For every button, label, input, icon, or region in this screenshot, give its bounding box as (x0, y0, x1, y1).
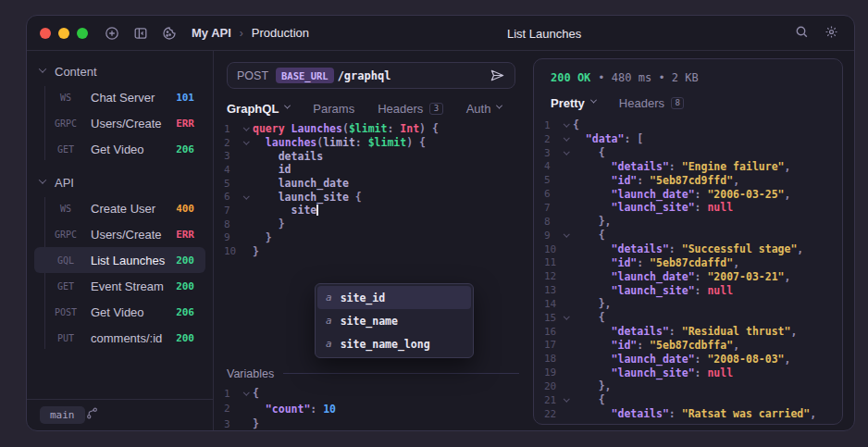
query-line[interactable]: 8 } (214, 217, 527, 231)
tab-label: Headers (619, 96, 664, 110)
sidebar-item-create-user[interactable]: WSCreate User400 (34, 195, 205, 221)
sidebar-item-comments-id[interactable]: PUTcomments/:id200 (34, 325, 205, 351)
response-line[interactable]: 2 "data": [ (534, 132, 842, 146)
url-bar[interactable]: POST BASE_URL /graphql (227, 62, 515, 89)
variables-line[interactable]: 3} (214, 416, 527, 431)
env-variable-pill[interactable]: BASE_URL (276, 68, 334, 83)
chevron-down-icon[interactable] (564, 231, 569, 237)
chevron-down-icon[interactable] (243, 125, 249, 130)
query-line[interactable]: 5 launch_date (214, 177, 527, 191)
panel-left-icon[interactable] (133, 26, 148, 41)
tab-headers[interactable]: Headers8 (619, 96, 685, 110)
query-line[interactable]: 9 } (214, 231, 527, 245)
git-branch-icon[interactable] (85, 406, 99, 424)
response-line[interactable]: 16 "details": "Residual thrust", (534, 325, 842, 339)
tab-pretty[interactable]: Pretty (551, 96, 596, 110)
response-body[interactable]: 1{2 "data": [3 {4 "details": "Engine fai… (534, 118, 842, 421)
query-line[interactable]: 7 site (214, 204, 527, 217)
request-tabs: GraphQLParamsHeaders3Auth (227, 99, 514, 118)
response-line[interactable]: 11 "id": "5eb87cdaffd", (534, 255, 842, 269)
sidebar-section-header-content[interactable]: Content (27, 58, 213, 84)
search-icon[interactable] (795, 25, 809, 43)
autocomplete-item-site-name[interactable]: asite_name (317, 309, 471, 332)
cookie-icon[interactable] (162, 26, 177, 41)
tab-headers[interactable]: Headers3 (378, 102, 443, 116)
graphql-editor[interactable]: 1query Launches($limit: Int) {2 launches… (214, 122, 527, 431)
sidebar-section-label: Content (55, 65, 97, 79)
minimize-window-button[interactable] (58, 28, 69, 39)
response-line[interactable]: 1{ (534, 118, 842, 132)
code-text: } (253, 245, 259, 258)
gutter-fold (560, 151, 573, 155)
status-badge: 200 (176, 332, 194, 344)
chevron-down-icon (39, 176, 46, 183)
breadcrumb-environment[interactable]: Production (252, 26, 309, 40)
sidebar-item-event-stream[interactable]: GETEvent Stream200 (34, 273, 205, 299)
response-line[interactable]: 9 { (534, 229, 842, 242)
query-line[interactable]: 3 details (214, 149, 527, 163)
response-line[interactable]: 12 "launch_date": "2007-03-21", (534, 269, 842, 283)
response-line[interactable]: 10 "details": "Successful stage", (534, 242, 842, 256)
response-line[interactable]: 8 }, (534, 215, 842, 229)
response-line[interactable]: 17 "id": "5eb87cdbffa", (534, 339, 842, 353)
tab-graphql[interactable]: GraphQL (227, 102, 290, 116)
sidebar-section-header-api[interactable]: API (27, 169, 213, 195)
response-line[interactable]: 22 "details": "Ratsat was carried", (534, 407, 842, 421)
chevron-down-icon[interactable] (243, 390, 249, 395)
gear-icon[interactable] (825, 25, 838, 43)
query-line[interactable]: 1query Launches($limit: Int) { (214, 122, 527, 136)
sidebar-item-list-launches[interactable]: GQLList Launches200 (34, 247, 205, 273)
sidebar-item-users-create[interactable]: GRPCUsers/CreateERR (34, 110, 205, 136)
request-panel: POST BASE_URL /graphql GraphQLParamsHead… (214, 51, 527, 430)
chevron-down-icon[interactable] (564, 314, 569, 319)
response-line[interactable]: 21 { (534, 393, 842, 407)
chevron-down-icon[interactable] (564, 135, 569, 141)
response-line[interactable]: 20 }, (534, 379, 842, 393)
query-line[interactable]: 4 id (214, 163, 527, 177)
sidebar-item-users-create[interactable]: GRPCUsers/CreateERR (34, 221, 205, 247)
chevron-down-icon[interactable] (564, 149, 569, 155)
query-line[interactable]: 6 launch_site { (214, 190, 527, 204)
code-text: details (253, 150, 323, 163)
sidebar-item-get-video[interactable]: POSTGet Video206 (34, 299, 205, 325)
response-line[interactable]: 13 "launch_site": null (534, 283, 842, 297)
response-line[interactable]: 18 "launch_date": "2008-08-03", (534, 352, 842, 366)
response-line[interactable]: 3 { (534, 146, 842, 160)
breadcrumb-workspace[interactable]: My API (192, 26, 231, 40)
branch-badge[interactable]: main (40, 406, 85, 424)
sidebar-item-get-video[interactable]: GETGet Video206 (34, 136, 205, 162)
request-method-label: GQL (49, 255, 82, 266)
field-kind-icon: a (326, 338, 332, 350)
response-line[interactable]: 4 "details": "Engine failure", (534, 160, 842, 174)
send-icon[interactable] (490, 68, 505, 83)
chevron-down-icon[interactable] (243, 192, 249, 198)
chevron-down-icon[interactable] (564, 396, 569, 402)
line-number: 10 (214, 245, 240, 257)
variables-line[interactable]: 1{ (214, 386, 527, 402)
autocomplete-item-site-name-long[interactable]: asite_name_long (317, 332, 471, 355)
response-line[interactable]: 14 }, (534, 297, 842, 311)
response-line[interactable]: 19 "launch_site": null (534, 366, 842, 379)
response-line[interactable]: 6 "launch_date": "2006-03-25", (534, 187, 842, 201)
gutter-fold (240, 391, 253, 396)
line-number: 7 (534, 202, 560, 214)
gutter-fold (560, 123, 573, 128)
zoom-window-button[interactable] (77, 28, 88, 39)
query-line[interactable]: 2 launches(limit: $limit) { (214, 136, 527, 150)
top-bar: My API › Production List Launches (27, 16, 854, 51)
response-line[interactable]: 7 "launch_site": null (534, 201, 842, 215)
sidebar-item-chat-server[interactable]: WSChat Server101 (34, 84, 205, 110)
tab-params[interactable]: Params (313, 102, 354, 116)
tab-auth[interactable]: Auth (466, 102, 502, 116)
plus-circle-icon[interactable] (105, 26, 119, 41)
close-window-button[interactable] (40, 28, 51, 39)
query-line[interactable]: 10} (214, 244, 527, 258)
response-line[interactable]: 15 { (534, 311, 842, 325)
variables-editor[interactable]: 1{2 "count": 103} (214, 386, 527, 431)
chevron-down-icon[interactable] (564, 121, 569, 127)
response-line[interactable]: 5 "id": "5eb87cd9ffd", (534, 173, 842, 187)
chevron-down-icon[interactable] (243, 138, 249, 143)
request-path[interactable]: /graphql (338, 69, 391, 82)
variables-line[interactable]: 2 "count": 10 (214, 401, 527, 416)
autocomplete-item-site-id[interactable]: asite_id (317, 286, 471, 309)
